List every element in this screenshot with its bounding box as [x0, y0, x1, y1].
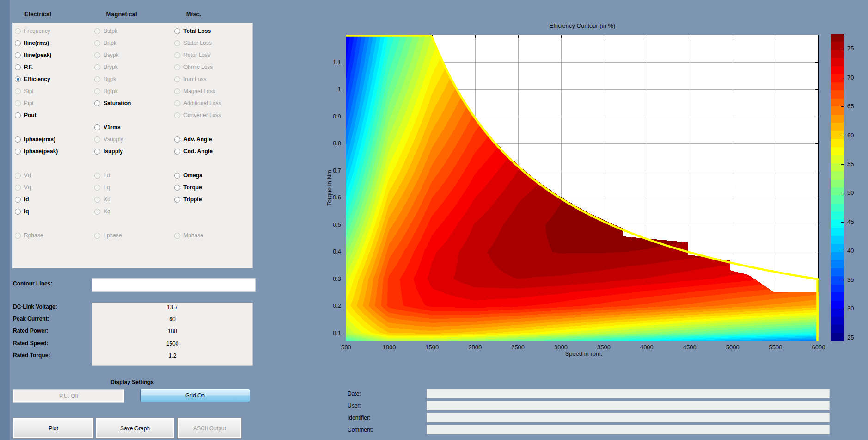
radio-lq: Lq — [94, 183, 110, 192]
radio-circle-icon — [15, 28, 21, 34]
radio-label: Total Loss — [183, 28, 211, 34]
radio-brypk: Brypk — [94, 62, 118, 72]
radio-circle-icon — [174, 112, 180, 118]
radio-circle-icon — [174, 233, 180, 239]
header-electrical: Electrical — [24, 11, 51, 18]
meta-label-date: Date: — [348, 390, 361, 397]
radio-pout[interactable]: Pout — [15, 111, 37, 120]
ascii-output-button: ASCII Output — [177, 418, 242, 439]
radio-iq[interactable]: Iq — [15, 207, 29, 216]
contour-lines-input[interactable] — [92, 278, 256, 292]
colorbar-tick-75: 75 — [847, 45, 854, 52]
y-tick-1: 1 — [318, 86, 341, 93]
radio-circle-icon — [15, 149, 21, 155]
radio-label: Isupply — [104, 148, 123, 155]
radio-p-f[interactable]: P.F. — [15, 62, 33, 72]
param-value-dc-link-voltage: 13.7 — [92, 304, 252, 310]
radio-label: Iline(peak) — [24, 52, 51, 58]
param-value-rated-torque: 1.2 — [92, 353, 252, 359]
radio-iline-peak[interactable]: Iline(peak) — [15, 50, 51, 60]
grid-toggle-button[interactable]: Grid On — [140, 389, 250, 402]
meta-input-identifier[interactable] — [427, 413, 830, 422]
x-tick-5500: 5500 — [769, 344, 782, 351]
radio-iphase-rms[interactable]: Iphase(rms) — [15, 135, 55, 144]
radio-bgpk: Bgpk — [94, 74, 116, 84]
radio-xd: Xd — [94, 195, 110, 204]
contour-lines-label: Contour Lines: — [13, 280, 52, 287]
radio-circle-icon — [94, 124, 100, 130]
meta-input-comment[interactable] — [427, 425, 830, 434]
radio-cnd-angle[interactable]: Cnd. Angle — [174, 147, 213, 156]
radio-label: Xd — [104, 196, 110, 203]
radio-label: Id — [24, 196, 29, 203]
x-tick-3500: 3500 — [597, 344, 611, 351]
radio-label: Ld — [104, 172, 110, 179]
x-tick-6000: 6000 — [812, 344, 825, 351]
radio-label: P.F. — [24, 64, 33, 70]
radio-id[interactable]: Id — [15, 195, 29, 204]
meta-label-user: User: — [348, 403, 361, 409]
radio-torque[interactable]: Torque — [174, 183, 202, 192]
radio-label: Bgpk — [104, 76, 116, 82]
y-tick-0.9: 0.9 — [318, 113, 341, 120]
param-label-dc-link-voltage: DC-Link Voltage: — [13, 304, 57, 310]
radio-tripple[interactable]: Tripple — [174, 195, 202, 204]
radio-label: Vsupply — [104, 136, 123, 143]
radio-label: Iron Loss — [183, 76, 206, 82]
save-graph-button[interactable]: Save Graph — [96, 418, 174, 439]
radio-label: Iphase(peak) — [24, 148, 58, 155]
radio-iline-rms[interactable]: Iline(rms) — [15, 38, 49, 48]
radio-omega[interactable]: Omega — [174, 171, 202, 180]
radio-circle-icon — [15, 185, 21, 191]
plot-button[interactable]: Plot — [13, 418, 94, 439]
pu-toggle-button[interactable]: P.U. Off — [13, 389, 124, 403]
x-tick-4500: 4500 — [683, 344, 697, 351]
param-value-rated-speed: 1500 — [92, 341, 252, 347]
colorbar-tick-40: 40 — [847, 247, 854, 254]
radio-ohmic-loss: Ohmic Loss — [174, 62, 213, 72]
radio-label: Iq — [24, 208, 29, 215]
radio-label: Torque — [183, 184, 202, 191]
radio-circle-icon — [94, 149, 100, 155]
radio-circle-icon — [94, 233, 100, 239]
radio-circle-icon — [94, 209, 100, 215]
meta-input-user[interactable] — [427, 401, 830, 410]
param-label-peak-current: Peak Current: — [13, 316, 49, 322]
radio-efficiency[interactable]: Efficiency — [15, 74, 50, 84]
x-tick-1500: 1500 — [425, 344, 439, 351]
meta-input-date[interactable] — [427, 389, 830, 398]
colorbar-tick-50: 50 — [847, 189, 854, 196]
radio-label: Bstpk — [104, 28, 117, 34]
radio-label: Brypk — [104, 64, 118, 70]
radio-circle-icon — [174, 136, 180, 143]
y-tick-1.1: 1.1 — [318, 59, 341, 66]
radio-mphase: Mphase — [174, 231, 203, 240]
radio-circle-icon — [174, 100, 180, 106]
radio-circle-icon — [174, 76, 180, 82]
radio-circle-icon — [15, 136, 21, 143]
y-tick-0.4: 0.4 — [318, 248, 341, 255]
colorbar-tick-65: 65 — [847, 103, 854, 110]
radio-circle-icon — [15, 209, 21, 215]
colorbar — [831, 34, 844, 341]
radio-label: Xq — [104, 208, 110, 215]
x-tick-4000: 4000 — [640, 344, 654, 351]
radio-sipt: Sipt — [15, 87, 34, 96]
radio-saturation[interactable]: Saturation — [94, 99, 131, 108]
radio-label: Efficiency — [24, 76, 50, 82]
radio-iphase-peak[interactable]: Iphase(peak) — [15, 147, 58, 156]
chart-title: Efficiency Contour (in %) — [550, 22, 616, 29]
radio-label: Omega — [183, 172, 202, 179]
display-settings-label: Display Settings — [110, 379, 153, 385]
radio-v1rms[interactable]: V1rms — [94, 123, 121, 132]
radio-label: Brtpk — [104, 40, 116, 46]
radio-circle-icon — [174, 52, 180, 58]
radio-lphase: Lphase — [94, 231, 122, 240]
radio-circle-icon — [94, 197, 100, 203]
y-tick-0.8: 0.8 — [318, 140, 341, 147]
radio-total-loss[interactable]: Total Loss — [174, 26, 211, 36]
radio-adv-angle[interactable]: Adv. Angle — [174, 135, 212, 144]
radio-circle-icon — [15, 76, 21, 82]
radio-isupply[interactable]: Isupply — [94, 147, 123, 156]
radio-label: Rotor Loss — [183, 52, 210, 58]
